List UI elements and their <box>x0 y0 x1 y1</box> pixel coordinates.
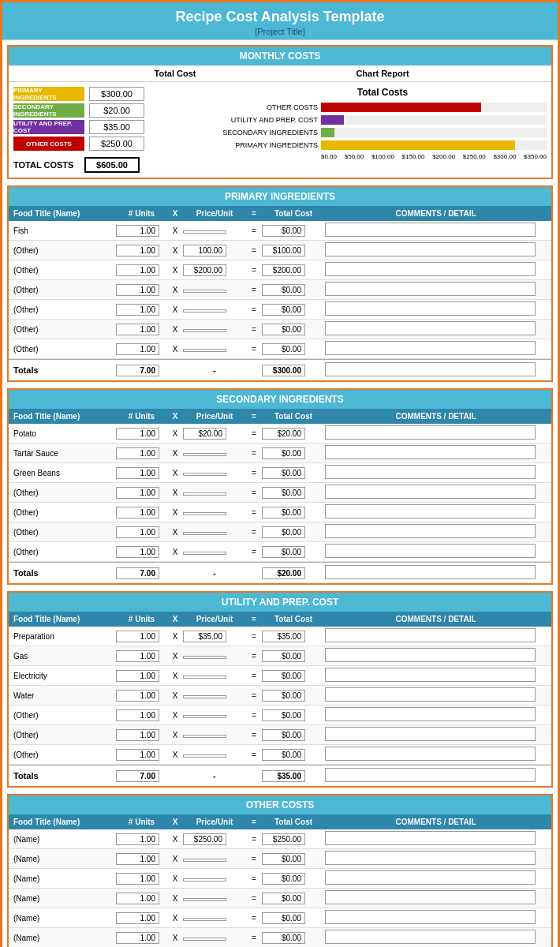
cell-price-2[interactable] <box>183 874 246 883</box>
cell-comment-5[interactable] <box>325 321 547 337</box>
cell-food-1: (Other) <box>13 246 116 255</box>
cell-price-1[interactable]: 100.00 <box>183 245 246 256</box>
cell-price-3[interactable] <box>183 285 246 294</box>
cell-units-6[interactable]: 1.00 <box>116 749 167 761</box>
secondary-totals-label: Totals <box>13 568 116 578</box>
cell-comment-1[interactable] <box>325 242 547 258</box>
cell-units-4[interactable]: 1.00 <box>116 709 167 721</box>
cell-comment-3[interactable] <box>325 890 547 906</box>
cell-price-0[interactable]: $35.00 <box>183 631 246 642</box>
cell-comment-0[interactable] <box>325 425 547 441</box>
cell-units-0[interactable]: 1.00 <box>116 631 167 642</box>
cell-total-0: $35.00 <box>262 631 325 642</box>
cell-price-6[interactable] <box>183 750 246 759</box>
cell-total-6: $0.00 <box>262 749 325 761</box>
cell-price-4[interactable] <box>183 507 246 517</box>
cell-price-3[interactable] <box>183 691 246 700</box>
cell-comment-1[interactable] <box>325 445 547 461</box>
table-row: Tartar Sauce 1.00 X = $0.00 <box>9 444 551 463</box>
util-col-units: # Units <box>116 615 167 623</box>
cell-total-6: $0.00 <box>262 546 325 558</box>
cell-comment-5[interactable] <box>325 727 547 743</box>
cell-price-5[interactable] <box>183 527 246 537</box>
cell-x-0: X <box>167 226 183 235</box>
cell-price-4[interactable] <box>183 305 246 314</box>
cell-comment-0[interactable] <box>325 831 547 847</box>
cell-price-3[interactable] <box>183 893 246 903</box>
cell-comment-0[interactable] <box>325 628 547 644</box>
cell-price-5[interactable] <box>183 730 246 739</box>
cell-units-2[interactable]: 1.00 <box>116 873 167 885</box>
cell-price-6[interactable] <box>183 344 246 354</box>
cell-comment-6[interactable] <box>325 341 547 357</box>
secondary-totals-row: Totals 7.00 - $20.00 <box>9 562 551 583</box>
cell-comment-4[interactable] <box>325 910 547 926</box>
cell-comment-2[interactable] <box>325 668 547 683</box>
cell-units-1[interactable]: 1.00 <box>116 447 167 459</box>
cell-units-3[interactable]: 1.00 <box>116 284 167 296</box>
cell-comment-6[interactable] <box>325 747 547 762</box>
cell-price-0[interactable]: $250.00 <box>183 833 246 845</box>
cell-units-0[interactable]: 1.00 <box>116 428 167 440</box>
cell-price-1[interactable] <box>183 448 246 458</box>
cell-comment-0[interactable] <box>325 223 547 238</box>
cell-units-6[interactable]: 1.00 <box>116 343 167 355</box>
cell-units-1[interactable]: 1.00 <box>116 245 167 256</box>
cell-price-0[interactable] <box>183 226 246 235</box>
cell-comment-6[interactable] <box>325 544 547 560</box>
cell-comment-1[interactable] <box>325 851 547 867</box>
cell-price-5[interactable] <box>183 324 246 334</box>
cell-comment-2[interactable] <box>325 870 547 886</box>
cell-units-5[interactable]: 1.00 <box>116 729 167 741</box>
cell-units-3[interactable]: 1.00 <box>116 690 167 702</box>
cell-units-5[interactable]: 1.00 <box>116 526 167 538</box>
cell-total-3: $0.00 <box>262 893 325 904</box>
cell-comment-5[interactable] <box>325 930 547 945</box>
cell-units-1[interactable]: 1.00 <box>116 853 167 865</box>
cell-units-1[interactable]: 1.00 <box>116 650 167 662</box>
cell-comment-4[interactable] <box>325 504 547 520</box>
cell-comment-1[interactable] <box>325 648 547 664</box>
cell-price-2[interactable] <box>183 671 246 680</box>
cell-units-3[interactable]: 1.00 <box>116 893 167 904</box>
primary-ingredients-section: PRIMARY INGREDIENTS Food Title (Name) # … <box>7 185 553 382</box>
axis-label-5: $250.00 <box>463 153 486 160</box>
cell-price-1[interactable] <box>183 854 246 863</box>
cell-units-2[interactable]: 1.00 <box>116 670 167 682</box>
utility-prep-section: UTILITY AND PREP. COST Food Title (Name)… <box>7 591 553 788</box>
cell-price-2[interactable] <box>183 468 246 477</box>
cell-units-6[interactable]: 1.00 <box>116 546 167 558</box>
other-costs-section: OTHER COSTS Food Title (Name) # Units X … <box>7 794 553 947</box>
cell-comment-5[interactable] <box>325 524 547 540</box>
cell-units-0[interactable]: 1.00 <box>116 833 167 845</box>
cell-price-3[interactable] <box>183 488 246 497</box>
cell-comment-4[interactable] <box>325 301 547 317</box>
cell-units-2[interactable]: 1.00 <box>116 264 167 276</box>
cell-total-4: $0.00 <box>262 507 325 518</box>
project-title: [Project Title] <box>6 27 554 36</box>
cell-units-3[interactable]: 1.00 <box>116 487 167 499</box>
cell-units-2[interactable]: 1.00 <box>116 467 167 479</box>
cell-price-2[interactable]: $200.00 <box>183 264 246 276</box>
cell-units-5[interactable]: 1.00 <box>116 324 167 335</box>
cell-price-1[interactable] <box>183 651 246 661</box>
cell-price-4[interactable] <box>183 913 246 923</box>
table-row: (Name) 1.00 X = $0.00 <box>9 928 551 947</box>
cell-comment-4[interactable] <box>325 707 547 723</box>
cell-price-6[interactable] <box>183 547 246 556</box>
cell-comment-3[interactable] <box>325 282 547 298</box>
cell-units-4[interactable]: 1.00 <box>116 304 167 316</box>
cell-comment-3[interactable] <box>325 485 547 500</box>
cell-food-0: Fish <box>13 226 116 235</box>
cell-price-5[interactable] <box>183 933 246 942</box>
cell-units-0[interactable]: 1.00 <box>116 225 167 237</box>
cell-comment-2[interactable] <box>325 465 547 481</box>
cell-comment-3[interactable] <box>325 687 547 703</box>
cell-price-4[interactable] <box>183 710 246 720</box>
cell-eq-6: = <box>246 750 262 759</box>
cell-units-5[interactable]: 1.00 <box>116 932 167 944</box>
cell-comment-2[interactable] <box>325 262 547 278</box>
cell-price-0[interactable]: $20.00 <box>183 428 246 440</box>
cell-units-4[interactable]: 1.00 <box>116 507 167 518</box>
cell-units-4[interactable]: 1.00 <box>116 912 167 924</box>
